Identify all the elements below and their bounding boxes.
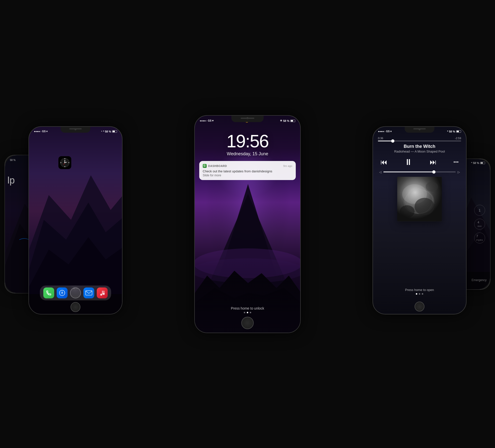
notif-app-name: DASHBOARD — [208, 164, 227, 167]
phone4-speaker — [413, 128, 426, 129]
phone4-progress-thumb — [391, 139, 395, 142]
phone4-press-home: Press home to open — [405, 288, 434, 291]
svg-rect-69 — [102, 290, 105, 294]
phone3-bluetooth: ✳ — [280, 119, 282, 122]
phone4-progress-fill — [378, 140, 393, 141]
svg-point-34 — [64, 162, 65, 163]
phone5-battery-pct: * 58 % — [471, 161, 479, 164]
notif-subtitle: Slide for more — [203, 174, 292, 177]
phone4-home-button[interactable] — [415, 301, 424, 311]
phone5-circle-1[interactable]: 1 — [474, 205, 485, 216]
phone5-circle-7[interactable]: 7PQRS — [474, 233, 485, 243]
phone2-carrier: ●●●●○ GS — [34, 130, 46, 133]
phone4-dot-1 — [416, 293, 417, 294]
phone4-vol-high-icon: ▷ — [458, 170, 460, 174]
phone4-vol-fill — [383, 172, 434, 172]
dock-home-circle[interactable] — [70, 287, 81, 298]
phone1-carrier: 58 % — [10, 159, 16, 161]
phone4-dot-3 — [422, 293, 423, 294]
phone3-dot-1 — [244, 312, 245, 313]
phone5-emergency[interactable]: Emergency — [471, 278, 487, 282]
dock-safari[interactable] — [57, 287, 68, 298]
phone4-vol-track[interactable] — [383, 172, 456, 172]
phone5-number-circles: 1 4GHI 7PQRS — [474, 205, 485, 243]
svg-rect-66 — [86, 290, 92, 295]
phone4-carrier: ●●●●○ GS — [378, 130, 390, 133]
phone4-vol-thumb — [432, 170, 436, 174]
phone3-time-section: 19:56 Wednesday, 15 June — [195, 131, 300, 157]
phone2-battery — [112, 130, 117, 132]
dock-mail[interactable] — [83, 287, 94, 298]
phone4-progress-times: 0:36 -2:59 — [378, 136, 461, 139]
phone1-partial-text: lp — [7, 175, 15, 186]
phone4-current-time: 0:36 — [378, 136, 383, 139]
phone2-dock — [40, 285, 111, 300]
phone2-signal: * — [101, 130, 102, 132]
phone4-vol-low-icon: ◁ — [379, 170, 381, 174]
phone2-home-button[interactable] — [71, 302, 80, 312]
phone2-speaker — [69, 128, 82, 129]
phone2-wifi-icon: ▾ — [46, 130, 48, 133]
dock-phone[interactable] — [43, 287, 54, 298]
notif-app-icon: G — [203, 164, 207, 168]
svg-point-85 — [426, 182, 438, 191]
svg-point-84 — [400, 205, 415, 217]
svg-point-30 — [60, 162, 61, 163]
phone4-wifi: ▾ — [390, 130, 392, 133]
phone3-notch — [231, 116, 264, 122]
phone3-time: 19:56 — [195, 131, 300, 151]
phone4-battery-pct: * 58 % — [447, 130, 455, 133]
phone1-status-left: 58 % — [10, 159, 16, 161]
phone4-volume-bar: ◁ ▷ — [378, 170, 461, 174]
phone3-carrier: ●●●●○ GS — [200, 119, 211, 122]
phone4-battery — [456, 130, 461, 132]
phone2-battery-pct: * 58 % — [103, 130, 111, 133]
svg-point-28 — [68, 162, 69, 163]
phone3-dot-3 — [250, 312, 251, 313]
phone-3-lock-screen: ●●●●○ GS ▾ 🔒 ✳ 58 % 19:56 Wedne — [194, 115, 301, 333]
phone-2-home-screen: ●●●●○ GS ▾ 9:41 AM * * 58 % — [28, 126, 123, 314]
phone5-battery — [480, 162, 485, 164]
notif-title: Check out the latest updates from danish… — [203, 169, 292, 173]
phone4-notch — [405, 127, 434, 132]
svg-point-67 — [100, 293, 102, 295]
phone4-album-art — [397, 177, 442, 221]
phone4-remaining-time: -2:59 — [455, 136, 461, 139]
notif-time: 9m ago — [283, 164, 292, 167]
phone4-fastforward-btn[interactable]: ⏭ — [430, 158, 437, 166]
phone4-progress-bar[interactable] — [378, 140, 461, 141]
phone3-home-button[interactable] — [241, 317, 254, 329]
phone3-speaker — [241, 118, 254, 119]
svg-point-27 — [64, 158, 65, 159]
phone4-track-title: Burn the Witch — [378, 144, 461, 149]
phone3-dot-2 — [247, 312, 248, 313]
phone4-dot-2 — [419, 293, 420, 294]
phone4-page-dots — [416, 293, 423, 294]
phone-4-music-player: ●●●●○ GS ▾ 9:41 AM * 58 % 0:36 — [372, 126, 467, 314]
svg-point-29 — [64, 166, 65, 167]
phone4-more-btn[interactable]: ••• — [453, 159, 459, 165]
phone4-player: 0:36 -2:59 Burn the Witch Radiohead — A … — [373, 136, 466, 221]
phone4-track-artist: Radiohead — A Moon Shaped Pool — [378, 149, 461, 153]
phone2-notch — [61, 127, 90, 132]
phone3-notification[interactable]: G DASHBOARD 9m ago Check out the latest … — [199, 161, 296, 180]
phone3-battery-pct: 58 % — [283, 119, 289, 122]
phones-container: 58 % ⬜ lp — [0, 0, 495, 448]
dock-music[interactable] — [97, 287, 108, 298]
phone3-wifi: ▾ — [212, 119, 214, 122]
phone3-page-dots — [244, 312, 251, 313]
phone3-battery — [290, 120, 295, 122]
phone4-pause-btn[interactable]: ⏸ — [404, 157, 413, 167]
svg-point-83 — [415, 198, 434, 215]
phone3-date: Wednesday, 15 June — [195, 151, 300, 157]
phone5-circle-4[interactable]: 4GHI — [474, 219, 485, 230]
phone4-controls: ⏮ ⏸ ⏭ ••• — [378, 157, 461, 167]
phone4-rewind-btn[interactable]: ⏮ — [380, 158, 387, 166]
phone3-press-home: Press home to unlock — [231, 306, 264, 310]
